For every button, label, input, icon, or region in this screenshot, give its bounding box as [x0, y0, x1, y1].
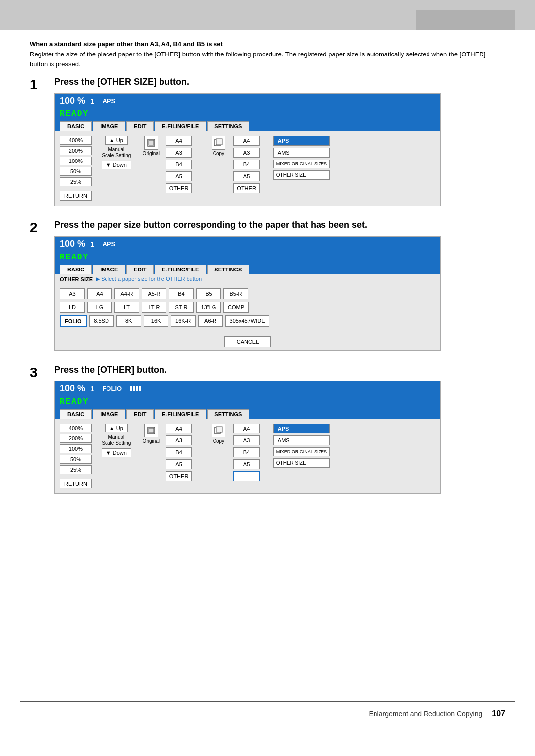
zoom-100-1[interactable]: 100%: [60, 157, 92, 165]
zoom-25-3[interactable]: 25%: [60, 465, 92, 474]
tab-edit-2[interactable]: EDIT: [126, 265, 154, 274]
paper-16k[interactable]: 16K: [144, 315, 168, 327]
step3-text: Press the [OTHER] button.: [54, 365, 505, 375]
orig-a4-1[interactable]: A4: [166, 136, 192, 146]
copy-col-1: Copy: [209, 136, 228, 201]
paper-lg[interactable]: LG: [87, 302, 112, 313]
cancel-btn-2[interactable]: CANCEL: [224, 336, 271, 347]
intro-desc: Register the size of the placed paper to…: [30, 50, 505, 69]
zoom-200-1[interactable]: 200%: [60, 146, 92, 155]
tab-efiling-2[interactable]: E-FILING/FILE: [155, 265, 206, 274]
copy-b4-3[interactable]: B4: [233, 447, 260, 457]
tab-efiling-3[interactable]: E-FILING/FILE: [155, 409, 206, 419]
tab-image-2[interactable]: IMAGE: [93, 265, 125, 274]
copy-a4-3[interactable]: A4: [233, 424, 260, 433]
copier-panel-3: 100 % 1 FOLIO READY: [54, 381, 441, 494]
mixed-btn-3[interactable]: MIXED ORIGINAL SIZES: [273, 447, 330, 456]
paper-comp[interactable]: COMP: [223, 302, 249, 313]
tab-image-1[interactable]: IMAGE: [93, 121, 125, 131]
paper-ltr[interactable]: LT-R: [142, 302, 166, 313]
zoom-50-1[interactable]: 50%: [60, 167, 92, 176]
paper-13lg[interactable]: 13"LG: [196, 302, 221, 313]
tab-edit-1[interactable]: EDIT: [126, 121, 154, 131]
orig-a4-3[interactable]: A4: [166, 424, 192, 433]
tab-settings-2[interactable]: SETTINGS: [207, 265, 249, 274]
return-btn-3[interactable]: RETURN: [60, 479, 92, 488]
paper-a4[interactable]: A4: [87, 288, 112, 299]
orig-a3-3[interactable]: A3: [166, 435, 192, 445]
copy-a5-3[interactable]: A5: [233, 459, 260, 469]
tab-basic-3[interactable]: BASIC: [60, 409, 92, 419]
top-bar: [0, 0, 535, 30]
paper-8550[interactable]: 8.5SD: [89, 315, 114, 327]
other-size-btn-1[interactable]: OTHER SIZE: [273, 170, 330, 180]
zoom-50-3[interactable]: 50%: [60, 455, 92, 464]
copy-a3-1[interactable]: A3: [233, 148, 260, 158]
paper-str[interactable]: ST-R: [169, 302, 194, 313]
right-col-3: APS AMS MIXED ORIGINAL SIZES OTHER SIZE: [273, 424, 330, 488]
aps-btn-1[interactable]: APS: [273, 136, 330, 146]
up-btn-1[interactable]: ▲ Up: [105, 136, 128, 145]
original-col-1: Original: [141, 136, 161, 201]
paper-folio[interactable]: FOLIO: [60, 315, 87, 327]
tab-basic-1[interactable]: BASIC: [60, 121, 92, 131]
header-note: When a standard size paper other than A3…: [30, 40, 505, 69]
tab-bar-2: BASIC IMAGE EDIT E-FILING/FILE SETTINGS: [55, 263, 440, 274]
step1-text: Press the [OTHER SIZE] button.: [54, 77, 505, 87]
paper-b5[interactable]: B5: [196, 288, 221, 299]
copy-other-1[interactable]: OTHER: [233, 183, 260, 193]
tab-edit-3[interactable]: EDIT: [126, 409, 154, 419]
paper-b5r[interactable]: B5-R: [223, 288, 248, 299]
orig-b4-1[interactable]: B4: [166, 160, 192, 169]
orig-other-1[interactable]: OTHER: [166, 183, 192, 193]
tab-image-3[interactable]: IMAGE: [93, 409, 125, 419]
down-btn-3[interactable]: ▼ Down: [102, 448, 131, 457]
paper-305wide[interactable]: 305x457WIDE: [225, 315, 269, 327]
ams-btn-1[interactable]: AMS: [273, 148, 330, 158]
spacer-4: [265, 424, 268, 488]
footer-page: 107: [492, 709, 505, 718]
page-container: When a standard size paper other than A3…: [0, 0, 535, 756]
mixed-btn-1[interactable]: MIXED ORIGINAL SIZES: [273, 160, 330, 168]
paper-a6r[interactable]: A6-R: [198, 315, 223, 327]
up-btn-3[interactable]: ▲ Up: [105, 424, 128, 432]
paper-a5r[interactable]: A5-R: [142, 288, 166, 299]
orig-a3-1[interactable]: A3: [166, 148, 192, 158]
status-mode-1: APS: [102, 97, 115, 105]
copy-sizes-col-3: A4 A3 B4 A5 OTHER: [233, 424, 260, 488]
copy-a5-1[interactable]: A5: [233, 171, 260, 181]
tab-settings-1[interactable]: SETTINGS: [207, 121, 249, 131]
down-btn-1[interactable]: ▼ Down: [102, 161, 131, 169]
aps-btn-3[interactable]: APS: [273, 424, 330, 433]
original-col-3: Original: [141, 424, 161, 488]
zoom-400-1[interactable]: 400%: [60, 136, 92, 145]
other-size-btn-3[interactable]: OTHER SIZE: [273, 458, 330, 468]
paper-a3[interactable]: A3: [60, 288, 85, 299]
zoom-200-3[interactable]: 200%: [60, 434, 92, 443]
return-btn-1[interactable]: RETURN: [60, 191, 92, 201]
copy-b4-1[interactable]: B4: [233, 160, 260, 169]
paper-row-3: FOLIO 8.5SD 8K 16K 16K-R A6-R 305x457WID…: [60, 315, 435, 327]
zoom-400-3[interactable]: 400%: [60, 424, 92, 432]
paper-a4r[interactable]: A4-R: [114, 288, 139, 299]
zoom-col-3: 400% 200% 100% 50% 25% RETURN: [60, 424, 92, 488]
paper-ld[interactable]: LD: [60, 302, 85, 313]
paper-b4[interactable]: B4: [169, 288, 194, 299]
tab-efiling-1[interactable]: E-FILING/FILE: [155, 121, 206, 131]
orig-a5-1[interactable]: A5: [166, 171, 192, 181]
zoom-25-1[interactable]: 25%: [60, 177, 92, 186]
tab-settings-3[interactable]: SETTINGS: [207, 409, 249, 419]
orig-other-3[interactable]: OTHER: [166, 471, 192, 481]
zoom-100-3[interactable]: 100%: [60, 444, 92, 453]
ams-btn-3[interactable]: AMS: [273, 435, 330, 445]
copy-other-3[interactable]: OTHER: [233, 471, 260, 481]
orig-a5-3[interactable]: A5: [166, 459, 192, 469]
paper-8k[interactable]: 8K: [116, 315, 141, 327]
copy-a3-3[interactable]: A3: [233, 435, 260, 445]
step3-row: 3 Press the [OTHER] button. 100 % 1 FOLI…: [30, 365, 505, 504]
paper-16kr[interactable]: 16K-R: [171, 315, 196, 327]
paper-lt[interactable]: LT: [114, 302, 139, 313]
tab-basic-2[interactable]: BASIC: [60, 265, 92, 274]
copy-a4-1[interactable]: A4: [233, 136, 260, 146]
orig-b4-3[interactable]: B4: [166, 447, 192, 457]
